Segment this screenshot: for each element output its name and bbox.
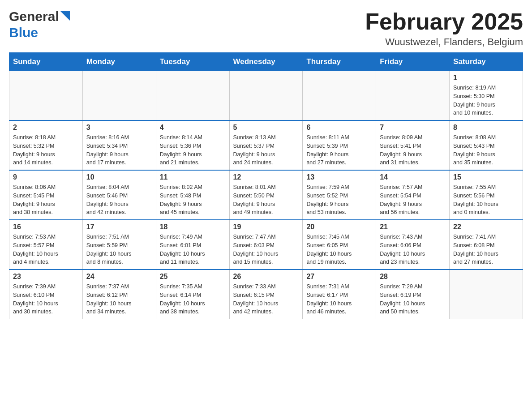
calendar-day: 15Sunrise: 7:55 AMSunset: 5:56 PMDayligh… — [450, 170, 523, 220]
day-info: Sunrise: 7:55 AMSunset: 5:56 PMDaylight:… — [453, 183, 519, 217]
calendar-day — [229, 71, 303, 121]
day-info: Sunrise: 7:45 AMSunset: 6:05 PMDaylight:… — [306, 233, 372, 266]
calendar-day — [376, 71, 450, 121]
day-number: 6 — [306, 124, 372, 132]
day-info: Sunrise: 7:31 AMSunset: 6:17 PMDaylight:… — [306, 283, 372, 316]
day-info: Sunrise: 8:19 AMSunset: 5:30 PMDaylight:… — [453, 84, 519, 117]
day-number: 26 — [233, 273, 299, 281]
day-number: 21 — [380, 223, 446, 231]
day-number: 15 — [453, 173, 519, 181]
day-info: Sunrise: 8:13 AMSunset: 5:37 PMDaylight:… — [233, 133, 299, 167]
day-number: 16 — [13, 223, 79, 231]
day-info: Sunrise: 8:01 AMSunset: 5:50 PMDaylight:… — [233, 183, 299, 217]
day-info: Sunrise: 7:43 AMSunset: 6:06 PMDaylight:… — [380, 233, 446, 266]
day-info: Sunrise: 8:16 AMSunset: 5:34 PMDaylight:… — [86, 133, 152, 167]
calendar-day — [156, 71, 229, 121]
calendar-week-row: 1Sunrise: 8:19 AMSunset: 5:30 PMDaylight… — [9, 71, 523, 121]
day-number: 4 — [160, 124, 226, 132]
calendar-header-row: SundayMondayTuesdayWednesdayThursdayFrid… — [9, 53, 523, 71]
day-number: 9 — [13, 173, 79, 181]
calendar-day: 12Sunrise: 8:01 AMSunset: 5:50 PMDayligh… — [229, 170, 303, 220]
day-number: 3 — [86, 124, 152, 132]
calendar-week-row: 9Sunrise: 8:06 AMSunset: 5:45 PMDaylight… — [9, 170, 523, 220]
calendar-day: 18Sunrise: 7:49 AMSunset: 6:01 PMDayligh… — [156, 220, 229, 270]
calendar-day: 28Sunrise: 7:29 AMSunset: 6:19 PMDayligh… — [376, 270, 450, 319]
calendar-week-row: 16Sunrise: 7:53 AMSunset: 5:57 PMDayligh… — [9, 220, 523, 270]
day-number: 1 — [453, 74, 519, 82]
calendar-day: 14Sunrise: 7:57 AMSunset: 5:54 PMDayligh… — [376, 170, 450, 220]
calendar-day: 11Sunrise: 8:02 AMSunset: 5:48 PMDayligh… — [156, 170, 229, 220]
day-number: 20 — [306, 223, 372, 231]
calendar-day: 17Sunrise: 7:51 AMSunset: 5:59 PMDayligh… — [82, 220, 156, 270]
calendar-day: 7Sunrise: 8:09 AMSunset: 5:41 PMDaylight… — [376, 120, 450, 170]
calendar-day: 21Sunrise: 7:43 AMSunset: 6:06 PMDayligh… — [376, 220, 450, 270]
day-number: 25 — [160, 273, 226, 281]
calendar-day — [450, 270, 523, 319]
day-info: Sunrise: 7:57 AMSunset: 5:54 PMDaylight:… — [380, 183, 446, 217]
day-number: 14 — [380, 173, 446, 181]
page-header: General Blue February 2025 Wuustwezel, F… — [9, 9, 523, 48]
logo-general: General — [9, 9, 59, 24]
calendar-day: 10Sunrise: 8:04 AMSunset: 5:46 PMDayligh… — [82, 170, 156, 220]
calendar-week-row: 2Sunrise: 8:18 AMSunset: 5:32 PMDaylight… — [9, 120, 523, 170]
calendar-day: 5Sunrise: 8:13 AMSunset: 5:37 PMDaylight… — [229, 120, 303, 170]
day-info: Sunrise: 7:39 AMSunset: 6:10 PMDaylight:… — [13, 283, 79, 316]
day-info: Sunrise: 7:47 AMSunset: 6:03 PMDaylight:… — [233, 233, 299, 266]
day-number: 7 — [380, 124, 446, 132]
calendar-header-thursday: Thursday — [303, 53, 376, 71]
day-number: 12 — [233, 173, 299, 181]
calendar-day: 20Sunrise: 7:45 AMSunset: 6:05 PMDayligh… — [303, 220, 376, 270]
day-number: 10 — [86, 173, 152, 181]
day-number: 5 — [233, 124, 299, 132]
calendar-day: 3Sunrise: 8:16 AMSunset: 5:34 PMDaylight… — [82, 120, 156, 170]
calendar-day — [303, 71, 376, 121]
day-number: 13 — [306, 173, 372, 181]
day-number: 17 — [86, 223, 152, 231]
day-number: 28 — [380, 273, 446, 281]
calendar-day: 22Sunrise: 7:41 AMSunset: 6:08 PMDayligh… — [450, 220, 523, 270]
day-info: Sunrise: 8:18 AMSunset: 5:32 PMDaylight:… — [13, 133, 79, 167]
calendar-day: 9Sunrise: 8:06 AMSunset: 5:45 PMDaylight… — [9, 170, 83, 220]
day-number: 24 — [86, 273, 152, 281]
calendar-week-row: 23Sunrise: 7:39 AMSunset: 6:10 PMDayligh… — [9, 270, 523, 319]
day-info: Sunrise: 8:14 AMSunset: 5:36 PMDaylight:… — [160, 133, 226, 167]
day-number: 27 — [306, 273, 372, 281]
calendar-day — [9, 71, 83, 121]
calendar-title: February 2025 — [365, 9, 523, 34]
calendar-header-wednesday: Wednesday — [229, 53, 303, 71]
calendar-day: 27Sunrise: 7:31 AMSunset: 6:17 PMDayligh… — [303, 270, 376, 319]
day-info: Sunrise: 7:29 AMSunset: 6:19 PMDaylight:… — [380, 283, 446, 316]
day-info: Sunrise: 8:09 AMSunset: 5:41 PMDaylight:… — [380, 133, 446, 167]
calendar-subtitle: Wuustwezel, Flanders, Belgium — [365, 36, 523, 48]
calendar-header-friday: Friday — [376, 53, 450, 71]
day-info: Sunrise: 7:33 AMSunset: 6:15 PMDaylight:… — [233, 283, 299, 316]
calendar-table: SundayMondayTuesdayWednesdayThursdayFrid… — [9, 52, 523, 319]
svg-marker-0 — [60, 11, 70, 21]
calendar-day: 13Sunrise: 7:59 AMSunset: 5:52 PMDayligh… — [303, 170, 376, 220]
calendar-day: 4Sunrise: 8:14 AMSunset: 5:36 PMDaylight… — [156, 120, 229, 170]
day-number: 11 — [160, 173, 226, 181]
calendar-header-monday: Monday — [82, 53, 156, 71]
calendar-day: 26Sunrise: 7:33 AMSunset: 6:15 PMDayligh… — [229, 270, 303, 319]
calendar-day — [82, 71, 156, 121]
day-info: Sunrise: 7:53 AMSunset: 5:57 PMDaylight:… — [13, 233, 79, 266]
day-number: 8 — [453, 124, 519, 132]
day-info: Sunrise: 7:59 AMSunset: 5:52 PMDaylight:… — [306, 183, 372, 217]
day-number: 23 — [13, 273, 79, 281]
day-number: 18 — [160, 223, 226, 231]
logo-triangle-icon — [60, 11, 70, 21]
day-number: 19 — [233, 223, 299, 231]
logo: General Blue — [9, 9, 70, 40]
calendar-day: 19Sunrise: 7:47 AMSunset: 6:03 PMDayligh… — [229, 220, 303, 270]
title-block: February 2025 Wuustwezel, Flanders, Belg… — [365, 9, 523, 48]
calendar-day: 6Sunrise: 8:11 AMSunset: 5:39 PMDaylight… — [303, 120, 376, 170]
day-info: Sunrise: 7:49 AMSunset: 6:01 PMDaylight:… — [160, 233, 226, 266]
calendar-header-tuesday: Tuesday — [156, 53, 229, 71]
calendar-day: 8Sunrise: 8:08 AMSunset: 5:43 PMDaylight… — [450, 120, 523, 170]
calendar-header-sunday: Sunday — [9, 53, 83, 71]
day-info: Sunrise: 7:51 AMSunset: 5:59 PMDaylight:… — [86, 233, 152, 266]
calendar-day: 1Sunrise: 8:19 AMSunset: 5:30 PMDaylight… — [450, 71, 523, 121]
day-info: Sunrise: 8:04 AMSunset: 5:46 PMDaylight:… — [86, 183, 152, 217]
day-info: Sunrise: 8:06 AMSunset: 5:45 PMDaylight:… — [13, 183, 79, 217]
day-number: 22 — [453, 223, 519, 231]
